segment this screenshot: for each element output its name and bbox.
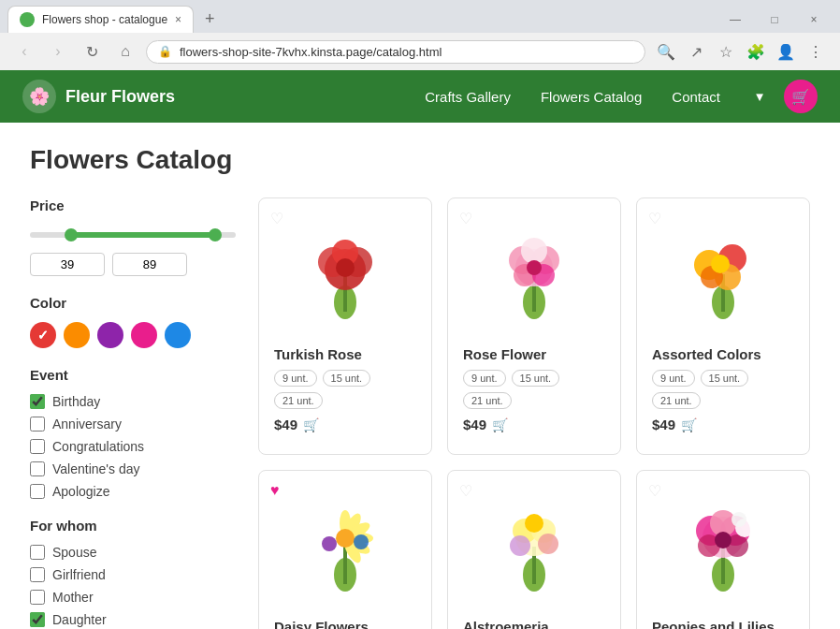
- close-btn[interactable]: ×: [795, 7, 833, 33]
- cart-icon-0[interactable]: 🛒: [303, 417, 319, 432]
- event-congratulations[interactable]: Congratulations: [30, 439, 236, 454]
- forwhom-girlfriend-checkbox[interactable]: [30, 567, 45, 582]
- event-birthday-checkbox[interactable]: [30, 394, 45, 409]
- badge-2-1[interactable]: 15 unt.: [701, 370, 749, 387]
- profile-btn[interactable]: 👤: [773, 38, 799, 65]
- slider-thumb-left[interactable]: [65, 228, 78, 241]
- product-heart-1[interactable]: ♡: [459, 210, 472, 227]
- sidebar: Price 39 89 Color: [30, 197, 236, 629]
- page-title: Flowers Catalog: [30, 145, 810, 175]
- event-filter: Event Birthday Anniversary Congratulatio…: [30, 367, 236, 499]
- slider-track[interactable]: [30, 232, 236, 238]
- dropdown-btn[interactable]: ▼: [743, 80, 776, 113]
- event-birthday[interactable]: Birthday: [30, 394, 236, 409]
- product-heart-2[interactable]: ♡: [648, 210, 661, 227]
- price-max-input[interactable]: 89: [112, 253, 187, 276]
- minimize-btn[interactable]: —: [717, 7, 754, 33]
- badge-1-2[interactable]: 21 unt.: [463, 392, 512, 409]
- product-badges-1: 9 unt. 15 unt. 21 unt.: [463, 370, 605, 409]
- svg-point-15: [527, 260, 542, 275]
- event-birthday-label: Birthday: [52, 394, 100, 409]
- refresh-btn[interactable]: ↻: [79, 38, 105, 65]
- extension-btn[interactable]: 🧩: [743, 38, 769, 65]
- product-price-0: $49 🛒: [274, 417, 416, 432]
- maximize-btn[interactable]: □: [756, 7, 793, 33]
- forwhom-daughter-checkbox[interactable]: [30, 612, 45, 627]
- product-name-4: Alstroemeria: [463, 619, 605, 630]
- svg-point-41: [525, 514, 543, 533]
- address-bar[interactable]: 🔒 flowers-shop-site-7kvhx.kinsta.page/ca…: [146, 40, 645, 64]
- cart-btn[interactable]: 🛒: [784, 80, 818, 113]
- product-flower-svg-1: [492, 223, 576, 326]
- badge-0-0[interactable]: 9 unt.: [274, 370, 317, 387]
- product-flower-svg-3: [303, 495, 387, 598]
- color-swatch-blue[interactable]: [165, 322, 191, 348]
- nav-crafts-gallery[interactable]: Crafts Gallery: [425, 89, 511, 105]
- forwhom-mother-checkbox[interactable]: [30, 590, 45, 605]
- badge-2-2[interactable]: 21 unt.: [652, 392, 701, 409]
- tab-close-btn[interactable]: ×: [175, 13, 181, 26]
- product-grid: ♡ Turkish Rose 9 unt. 15 unt.: [258, 197, 810, 629]
- badge-1-0[interactable]: 9 unt.: [463, 370, 506, 387]
- bookmark-btn[interactable]: ☆: [713, 38, 739, 65]
- event-valentines-label: Valentine's day: [52, 461, 139, 476]
- event-anniversary[interactable]: Anniversary: [30, 417, 236, 432]
- cart-icon-2[interactable]: 🛒: [681, 417, 697, 432]
- forwhom-spouse-checkbox[interactable]: [30, 545, 45, 560]
- color-swatch-red[interactable]: ✓: [30, 322, 56, 348]
- new-tab-btn[interactable]: +: [197, 6, 223, 33]
- event-anniversary-checkbox[interactable]: [30, 417, 45, 432]
- search-btn[interactable]: 🔍: [653, 38, 679, 65]
- badge-0-2[interactable]: 21 unt.: [274, 392, 323, 409]
- product-img-3: [274, 486, 416, 607]
- product-img-0: [274, 213, 416, 335]
- event-congratulations-checkbox[interactable]: [30, 439, 45, 454]
- settings-btn[interactable]: ⋮: [803, 38, 829, 65]
- color-swatch-pink[interactable]: [131, 322, 157, 348]
- product-price-1: $49 🛒: [463, 417, 605, 432]
- price-label: Price: [30, 197, 236, 213]
- home-btn[interactable]: ⌂: [112, 38, 138, 65]
- lock-icon: 🔒: [158, 45, 172, 58]
- badge-0-1[interactable]: 15 unt.: [323, 370, 371, 387]
- event-apologize[interactable]: Apologize: [30, 484, 236, 499]
- back-btn[interactable]: ‹: [11, 38, 37, 65]
- product-card-1: ♡ Rose Flower 9: [447, 197, 621, 455]
- event-valentines-checkbox[interactable]: [30, 461, 45, 476]
- color-swatch-orange[interactable]: [64, 322, 90, 348]
- product-name-2: Assorted Colors: [652, 346, 794, 362]
- forward-btn[interactable]: ›: [45, 38, 71, 65]
- share-btn[interactable]: ↗: [683, 38, 709, 65]
- product-badges-2: 9 unt. 15 unt. 21 unt.: [652, 370, 794, 409]
- cart-icon-1[interactable]: 🛒: [492, 417, 508, 432]
- product-heart-5[interactable]: ♡: [648, 482, 661, 500]
- product-heart-3[interactable]: ♥: [270, 482, 280, 499]
- slider-thumb-right[interactable]: [209, 228, 222, 241]
- url-text: flowers-shop-site-7kvhx.kinsta.page/cata…: [180, 45, 633, 59]
- navbar-brand: 🌸 Fleur Flowers: [22, 80, 175, 113]
- color-swatches: ✓: [30, 322, 236, 348]
- color-swatch-purple[interactable]: [97, 322, 123, 348]
- event-valentines-day[interactable]: Valentine's day: [30, 461, 236, 476]
- navbar-icons: ▼ 🛒: [743, 80, 818, 113]
- event-apologize-checkbox[interactable]: [30, 484, 45, 499]
- tab-title: Flowers shop - catalogue: [42, 13, 167, 26]
- product-name-0: Turkish Rose: [274, 346, 416, 362]
- nav-contact[interactable]: Contact: [672, 89, 720, 105]
- badge-1-1[interactable]: 15 unt.: [512, 370, 560, 387]
- forwhom-spouse[interactable]: Spouse: [30, 545, 236, 560]
- forwhom-mother[interactable]: Mother: [30, 590, 236, 605]
- forwhom-girlfriend[interactable]: Girlfriend: [30, 567, 236, 582]
- badge-2-0[interactable]: 9 unt.: [652, 370, 695, 387]
- forwhom-daughter-label: Daughter: [52, 612, 107, 627]
- forwhom-daughter[interactable]: Daughter: [30, 612, 236, 627]
- browser-tab[interactable]: Flowers shop - catalogue ×: [7, 6, 194, 33]
- product-heart-0[interactable]: ♡: [270, 210, 283, 227]
- price-inputs: 39 89: [30, 253, 236, 276]
- svg-point-6: [336, 258, 355, 277]
- brand-name: Fleur Flowers: [65, 87, 175, 107]
- product-heart-4[interactable]: ♡: [459, 482, 472, 500]
- nav-flowers-catalog[interactable]: Flowers Catalog: [541, 89, 642, 105]
- product-flower-svg-0: [303, 223, 387, 326]
- price-min-input[interactable]: 39: [30, 253, 105, 276]
